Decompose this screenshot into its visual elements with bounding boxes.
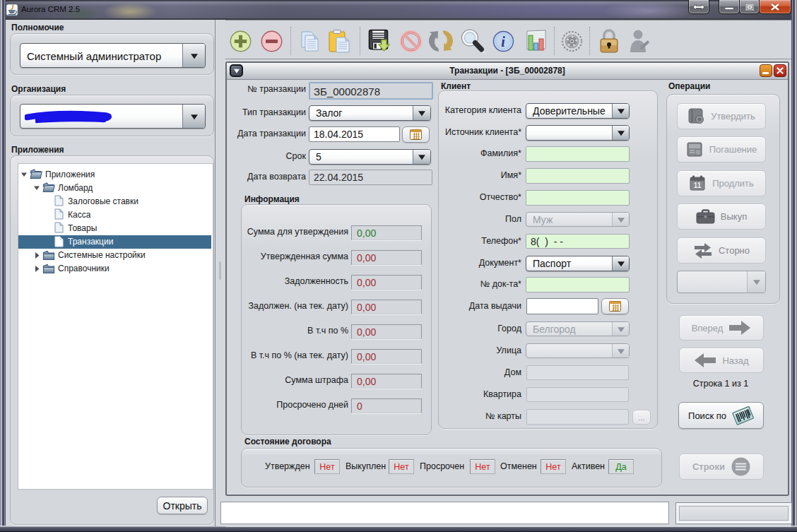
svg-text:i: i xyxy=(501,34,505,49)
svg-text:11: 11 xyxy=(694,182,702,189)
